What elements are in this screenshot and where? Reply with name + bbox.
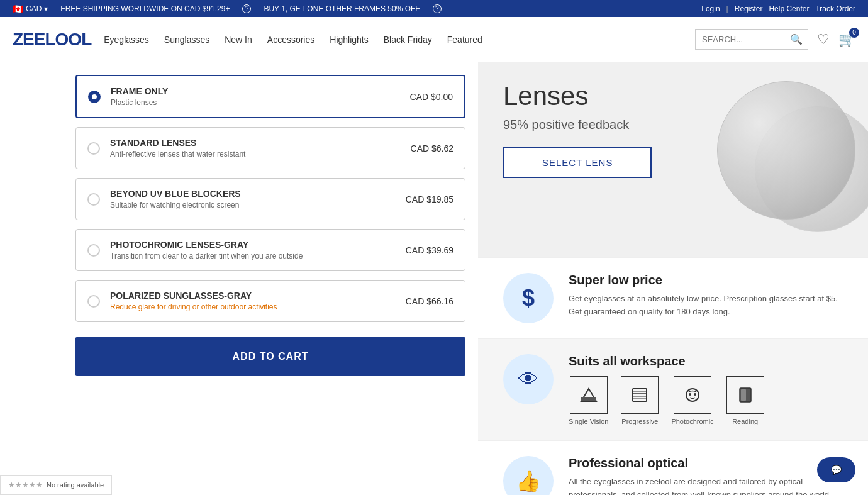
lens-price-polarized: CAD $66.16 <box>406 296 453 306</box>
feature-workspace: 👁 Suits all workspace Single Vision <box>478 338 868 440</box>
nav-eyeglasses[interactable]: Eyeglasses <box>104 35 149 45</box>
svg-rect-2 <box>633 389 647 401</box>
lens-desc-photochromic: Transition from clear to a darker tint w… <box>110 252 406 260</box>
feature-content-price: Super low price Get eyeglasses at an abs… <box>569 273 843 319</box>
lens-desc-standard: Anti-reflective lenses that water resist… <box>110 150 411 159</box>
single-vision-icon-box <box>570 376 608 414</box>
eye-icon-circle: 👁 <box>503 354 554 404</box>
add-to-cart-button[interactable]: ADD TO CART <box>75 337 465 376</box>
radio-beyond-uv <box>87 193 100 206</box>
banner-left: 🇨🇦 CAD ▾ FREE SHIPPING WORLDWIDE ON CAD … <box>13 4 442 14</box>
feature-super-low-price: $ Super low price Get eyeglasses at an a… <box>478 257 868 338</box>
svg-rect-1 <box>581 397 596 401</box>
workspace-icons: Single Vision Progressive <box>569 376 843 425</box>
photochromic-icon-box <box>674 376 711 414</box>
promo-text: BUY 1, GET ONE OTHER FRAMES 50% OFF <box>264 4 420 13</box>
help-center-link[interactable]: Help Center <box>769 4 809 13</box>
workspace-photochromic: Photochromic <box>671 376 713 425</box>
lens-info-frame-only: FRAME ONLY Plastic lenses <box>111 86 410 107</box>
lens-name-beyond-uv: BEYOND UV BLUE BLOCKERS <box>110 189 406 199</box>
lens-image-decoration <box>679 69 868 245</box>
lens-name-polarized: POLARIZED SUNGLASSES-GRAY <box>110 291 406 301</box>
lens-desc-frame-only: Plastic lenses <box>111 98 410 107</box>
lens-name-photochromic: PHOTOCHROMIC LENSES-GRAY <box>110 240 406 250</box>
flag-icon: 🇨🇦 <box>13 4 23 14</box>
eye-icon: 👁 <box>518 368 538 391</box>
cad-selector[interactable]: 🇨🇦 CAD ▾ <box>13 4 48 14</box>
nav-accessories[interactable]: Accessories <box>267 35 314 45</box>
left-panel: FRAME ONLY Plastic lenses CAD $0.00 STAN… <box>0 62 478 495</box>
free-shipping-help-icon: ? <box>242 4 251 13</box>
chat-button[interactable]: 💬 <box>817 457 855 482</box>
feature-professional: 👍 Professional optical All the eyeglasse… <box>478 440 868 495</box>
select-lens-button[interactable]: SELECT LENS <box>503 147 652 178</box>
nav-new-in[interactable]: New In <box>225 35 252 45</box>
dollar-icon-circle: $ <box>503 273 554 323</box>
workspace-progressive: Progressive <box>621 376 659 425</box>
thumbsup-icon: 👍 <box>516 469 541 493</box>
lens-name-frame-only: FRAME ONLY <box>111 86 410 96</box>
chevron-down-icon: ▾ <box>44 4 48 13</box>
lens-price-beyond-uv: CAD $19.85 <box>406 194 453 204</box>
feature-desc-professional: All the eyeglasses in zeelool are design… <box>569 476 843 495</box>
cart-button[interactable]: 🛒 0 <box>838 31 855 48</box>
svg-rect-11 <box>741 389 746 401</box>
login-link[interactable]: Login <box>701 4 720 13</box>
promo-help-icon: ? <box>433 4 442 13</box>
track-order-link[interactable]: Track Order <box>815 4 855 13</box>
lens-option-beyond-uv[interactable]: BEYOND UV BLUE BLOCKERS Suitable for wat… <box>75 178 465 220</box>
header-right: 🔍 ♡ 🛒 0 <box>695 29 855 50</box>
radio-photochromic <box>87 244 100 257</box>
cad-label: CAD <box>26 4 42 13</box>
nav-sunglasses[interactable]: Sunglasses <box>164 35 209 45</box>
lens-desc-beyond-uv: Suitable for watching electronic screen <box>110 201 406 209</box>
photochromic-label: Photochromic <box>671 418 713 425</box>
lens-option-polarized[interactable]: POLARIZED SUNGLASSES-GRAY Reduce glare f… <box>75 280 465 322</box>
register-link[interactable]: Register <box>735 4 763 13</box>
lens-circle-1 <box>717 81 855 220</box>
lens-info-photochromic: PHOTOCHROMIC LENSES-GRAY Transition from… <box>110 240 406 260</box>
reading-icon-box <box>726 376 764 414</box>
lenses-hero: Lenses 95% positive feedback SELECT LENS <box>478 62 868 257</box>
logo-part2: LOOL <box>45 30 91 49</box>
feature-desc-price: Get eyeglasses at an absolutely low pric… <box>569 292 843 319</box>
progressive-label: Progressive <box>621 418 658 425</box>
workspace-single-vision: Single Vision <box>569 376 608 425</box>
lens-price-photochromic: CAD $39.69 <box>406 245 453 255</box>
free-shipping-text: FREE SHIPPING WORLDWIDE ON CAD $91.29+ <box>60 4 230 13</box>
header: ZEELOOL Eyeglasses Sunglasses New In Acc… <box>0 17 868 62</box>
lens-desc-polarized: Reduce glare for driving or other outdoo… <box>110 303 406 311</box>
thumbsup-icon-circle: 👍 <box>503 456 554 495</box>
radio-standard <box>87 142 100 155</box>
lens-option-photochromic[interactable]: PHOTOCHROMIC LENSES-GRAY Transition from… <box>75 229 465 271</box>
search-input[interactable] <box>702 35 790 44</box>
feature-title-price: Super low price <box>569 273 843 287</box>
right-panel: Lenses 95% positive feedback SELECT LENS… <box>478 62 868 495</box>
lens-name-standard: STANDARD LENSES <box>110 138 411 148</box>
cart-count: 0 <box>849 28 859 38</box>
logo[interactable]: ZEELOOL <box>13 30 91 50</box>
search-button[interactable]: 🔍 <box>790 33 803 45</box>
reading-icon <box>737 386 754 404</box>
main-content: FRAME ONLY Plastic lenses CAD $0.00 STAN… <box>0 62 868 495</box>
photochromic-icon <box>684 386 701 404</box>
search-box: 🔍 <box>695 29 808 50</box>
header-left: ZEELOOL Eyeglasses Sunglasses New In Acc… <box>13 30 482 50</box>
lens-option-standard[interactable]: STANDARD LENSES Anti-reflective lenses t… <box>75 127 465 169</box>
lens-price-frame-only: CAD $0.00 <box>410 92 453 102</box>
nav-highlights[interactable]: Highlights <box>330 35 368 45</box>
reading-label: Reading <box>732 418 758 425</box>
top-banner: 🇨🇦 CAD ▾ FREE SHIPPING WORLDWIDE ON CAD … <box>0 0 868 17</box>
lens-price-standard: CAD $6.62 <box>411 143 453 153</box>
lens-option-frame-only[interactable]: FRAME ONLY Plastic lenses CAD $0.00 <box>75 75 465 118</box>
chat-icon: 💬 <box>831 465 842 475</box>
rating-badge: ★★★★★ No rating available <box>0 475 112 495</box>
single-vision-label: Single Vision <box>569 418 608 425</box>
wishlist-button[interactable]: ♡ <box>817 31 830 48</box>
main-nav: Eyeglasses Sunglasses New In Accessories… <box>104 35 482 45</box>
progressive-icon <box>631 386 648 404</box>
lens-info-beyond-uv: BEYOND UV BLUE BLOCKERS Suitable for wat… <box>110 189 406 209</box>
nav-black-friday[interactable]: Black Friday <box>384 35 432 45</box>
nav-featured[interactable]: Featured <box>447 35 482 45</box>
feature-title-workspace: Suits all workspace <box>569 354 843 369</box>
